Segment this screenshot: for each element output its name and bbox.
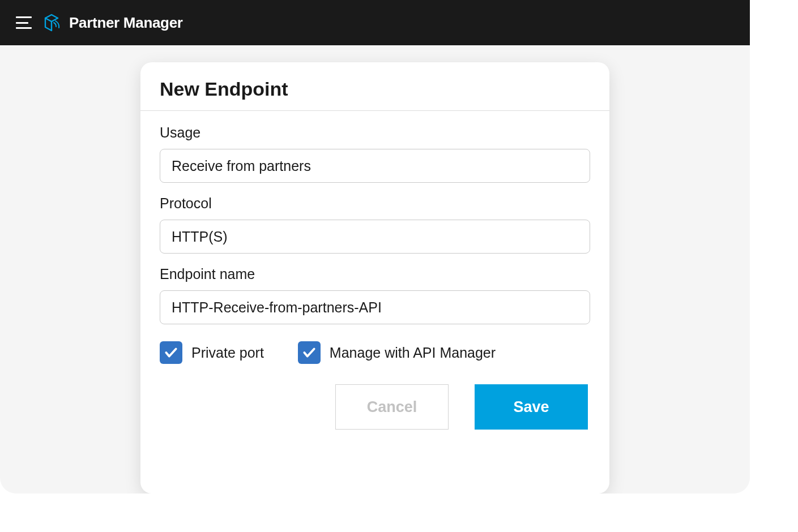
button-row: Cancel Save <box>160 384 590 430</box>
new-endpoint-dialog: New Endpoint Usage Protocol Endpoint nam… <box>140 62 609 494</box>
checkbox-checked-icon <box>160 341 182 364</box>
endpoint-name-label: Endpoint name <box>160 266 590 282</box>
endpoint-name-input[interactable] <box>160 290 590 324</box>
checkbox-row: Private port Manage with API Manager <box>160 341 590 364</box>
checkbox-checked-icon <box>298 341 321 364</box>
protocol-input[interactable] <box>160 220 590 254</box>
cancel-button[interactable]: Cancel <box>335 384 449 430</box>
usage-input[interactable] <box>160 149 590 183</box>
protocol-field: Protocol <box>160 195 590 254</box>
private-port-checkbox[interactable]: Private port <box>160 341 264 364</box>
logo: Partner Manager <box>43 12 183 33</box>
save-button[interactable]: Save <box>475 384 588 430</box>
content-area: New Endpoint Usage Protocol Endpoint nam… <box>0 45 750 494</box>
manage-api-checkbox[interactable]: Manage with API Manager <box>298 341 496 364</box>
private-port-label: Private port <box>191 345 264 361</box>
app-window: Partner Manager New Endpoint Usage Proto… <box>0 0 750 494</box>
manage-api-label: Manage with API Manager <box>330 345 496 361</box>
endpoint-name-field: Endpoint name <box>160 266 590 324</box>
app-title: Partner Manager <box>69 14 183 32</box>
usage-field: Usage <box>160 125 590 183</box>
partner-manager-logo-icon <box>43 12 60 33</box>
header-bar: Partner Manager <box>0 0 750 45</box>
dialog-body: Usage Protocol Endpoint name <box>140 111 609 430</box>
dialog-title: New Endpoint <box>140 62 609 111</box>
protocol-label: Protocol <box>160 195 590 212</box>
usage-label: Usage <box>160 125 590 141</box>
menu-icon[interactable] <box>16 16 32 29</box>
